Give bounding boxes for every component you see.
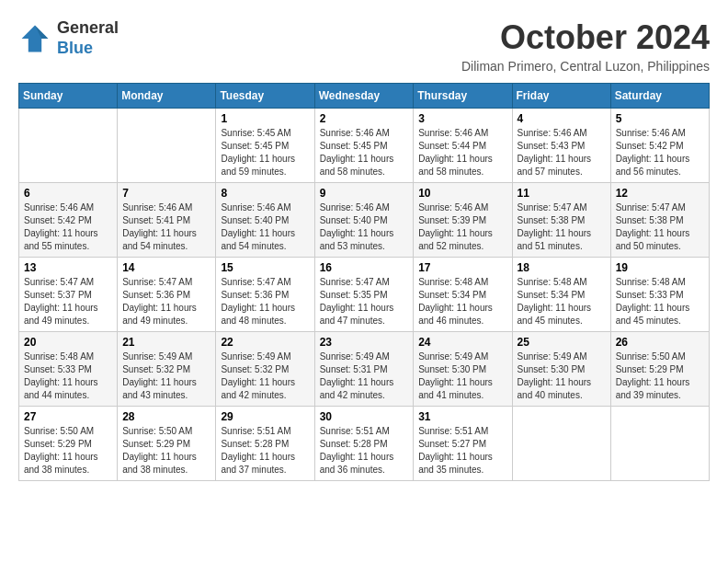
calendar-cell: 29Sunrise: 5:51 AMSunset: 5:28 PMDayligh…: [216, 407, 314, 481]
day-number: 15: [221, 261, 309, 274]
calendar-cell: 30Sunrise: 5:51 AMSunset: 5:28 PMDayligh…: [314, 407, 414, 481]
calendar-week-row: 20Sunrise: 5:48 AMSunset: 5:33 PMDayligh…: [19, 332, 710, 407]
day-info: Sunrise: 5:46 AMSunset: 5:40 PMDaylight:…: [320, 201, 409, 253]
weekday-header: Saturday: [610, 84, 709, 109]
day-number: 6: [24, 187, 112, 200]
day-info: Sunrise: 5:47 AMSunset: 5:35 PMDaylight:…: [320, 276, 409, 327]
calendar-week-row: 1Sunrise: 5:45 AMSunset: 5:45 PMDaylight…: [19, 109, 710, 183]
day-info: Sunrise: 5:46 AMSunset: 5:44 PMDaylight:…: [418, 127, 506, 178]
day-number: 9: [320, 187, 409, 200]
calendar-cell: 16Sunrise: 5:47 AMSunset: 5:35 PMDayligh…: [314, 258, 414, 332]
calendar-cell: 20Sunrise: 5:48 AMSunset: 5:33 PMDayligh…: [19, 332, 118, 407]
day-info: Sunrise: 5:49 AMSunset: 5:32 PMDaylight:…: [221, 350, 309, 402]
calendar-cell: 5Sunrise: 5:46 AMSunset: 5:42 PMDaylight…: [610, 109, 709, 183]
day-number: 3: [418, 112, 506, 125]
day-info: Sunrise: 5:51 AMSunset: 5:28 PMDaylight:…: [221, 425, 309, 477]
calendar-cell: 17Sunrise: 5:48 AMSunset: 5:34 PMDayligh…: [414, 258, 512, 332]
day-info: Sunrise: 5:48 AMSunset: 5:34 PMDaylight:…: [518, 276, 606, 327]
day-info: Sunrise: 5:47 AMSunset: 5:38 PMDaylight:…: [616, 201, 704, 253]
day-number: 22: [221, 336, 309, 349]
weekday-header-row: SundayMondayTuesdayWednesdayThursdayFrid…: [19, 84, 710, 109]
day-number: 4: [518, 112, 606, 125]
calendar-cell: 21Sunrise: 5:49 AMSunset: 5:32 PMDayligh…: [118, 332, 216, 407]
calendar-cell: 22Sunrise: 5:49 AMSunset: 5:32 PMDayligh…: [216, 332, 314, 407]
day-number: 8: [221, 187, 309, 200]
day-number: 16: [320, 261, 409, 274]
weekday-header: Wednesday: [314, 84, 414, 109]
day-info: Sunrise: 5:45 AMSunset: 5:45 PMDaylight:…: [221, 127, 309, 178]
day-info: Sunrise: 5:50 AMSunset: 5:29 PMDaylight:…: [616, 350, 704, 402]
day-info: Sunrise: 5:49 AMSunset: 5:31 PMDaylight:…: [320, 350, 409, 402]
calendar-cell: 1Sunrise: 5:45 AMSunset: 5:45 PMDaylight…: [216, 109, 314, 183]
calendar-cell: [19, 109, 118, 183]
calendar-cell: 23Sunrise: 5:49 AMSunset: 5:31 PMDayligh…: [314, 332, 414, 407]
day-info: Sunrise: 5:50 AMSunset: 5:29 PMDaylight:…: [122, 425, 210, 477]
page-header: General Blue October 2024 Diliman Primer…: [18, 18, 710, 74]
day-info: Sunrise: 5:49 AMSunset: 5:30 PMDaylight:…: [418, 350, 506, 402]
day-number: 24: [418, 336, 506, 349]
calendar-cell: 3Sunrise: 5:46 AMSunset: 5:44 PMDaylight…: [414, 109, 512, 183]
day-info: Sunrise: 5:47 AMSunset: 5:36 PMDaylight:…: [221, 276, 309, 327]
day-info: Sunrise: 5:51 AMSunset: 5:27 PMDaylight:…: [418, 425, 506, 477]
logo: General Blue: [18, 18, 119, 58]
day-info: Sunrise: 5:47 AMSunset: 5:37 PMDaylight:…: [24, 276, 112, 327]
day-info: Sunrise: 5:46 AMSunset: 5:45 PMDaylight:…: [320, 127, 409, 178]
day-number: 21: [122, 336, 210, 349]
calendar-week-row: 13Sunrise: 5:47 AMSunset: 5:37 PMDayligh…: [19, 258, 710, 332]
day-number: 25: [518, 336, 606, 349]
calendar-cell: 8Sunrise: 5:46 AMSunset: 5:40 PMDaylight…: [216, 183, 314, 258]
calendar-cell: 19Sunrise: 5:48 AMSunset: 5:33 PMDayligh…: [610, 258, 709, 332]
day-info: Sunrise: 5:49 AMSunset: 5:32 PMDaylight:…: [122, 350, 210, 402]
logo-icon: [18, 22, 51, 55]
weekday-header: Tuesday: [216, 84, 314, 109]
calendar-cell: 27Sunrise: 5:50 AMSunset: 5:29 PMDayligh…: [19, 407, 118, 481]
calendar-cell: 28Sunrise: 5:50 AMSunset: 5:29 PMDayligh…: [118, 407, 216, 481]
calendar-week-row: 27Sunrise: 5:50 AMSunset: 5:29 PMDayligh…: [19, 407, 710, 481]
day-number: 26: [616, 336, 704, 349]
calendar-cell: 4Sunrise: 5:46 AMSunset: 5:43 PMDaylight…: [512, 109, 610, 183]
calendar-cell: 9Sunrise: 5:46 AMSunset: 5:40 PMDaylight…: [314, 183, 414, 258]
calendar-cell: 26Sunrise: 5:50 AMSunset: 5:29 PMDayligh…: [610, 332, 709, 407]
weekday-header: Sunday: [19, 84, 118, 109]
day-number: 29: [221, 410, 309, 423]
weekday-header: Thursday: [414, 84, 512, 109]
day-number: 17: [418, 261, 506, 274]
day-number: 5: [616, 112, 704, 125]
weekday-header: Friday: [512, 84, 610, 109]
day-number: 10: [418, 187, 506, 200]
day-info: Sunrise: 5:50 AMSunset: 5:29 PMDaylight:…: [24, 425, 112, 477]
day-info: Sunrise: 5:46 AMSunset: 5:42 PMDaylight:…: [24, 201, 112, 253]
weekday-header: Monday: [118, 84, 216, 109]
day-number: 2: [320, 112, 409, 125]
logo-text: General Blue: [57, 18, 119, 58]
day-number: 20: [24, 336, 112, 349]
day-number: 18: [518, 261, 606, 274]
calendar-cell: 25Sunrise: 5:49 AMSunset: 5:30 PMDayligh…: [512, 332, 610, 407]
calendar-cell: [118, 109, 216, 183]
day-info: Sunrise: 5:49 AMSunset: 5:30 PMDaylight:…: [518, 350, 606, 402]
calendar-cell: 13Sunrise: 5:47 AMSunset: 5:37 PMDayligh…: [19, 258, 118, 332]
day-number: 14: [122, 261, 210, 274]
calendar-cell: 18Sunrise: 5:48 AMSunset: 5:34 PMDayligh…: [512, 258, 610, 332]
day-number: 7: [122, 187, 210, 200]
day-info: Sunrise: 5:46 AMSunset: 5:42 PMDaylight:…: [616, 127, 704, 178]
day-info: Sunrise: 5:46 AMSunset: 5:43 PMDaylight:…: [518, 127, 606, 178]
day-number: 12: [616, 187, 704, 200]
calendar-cell: 15Sunrise: 5:47 AMSunset: 5:36 PMDayligh…: [216, 258, 314, 332]
calendar-table: SundayMondayTuesdayWednesdayThursdayFrid…: [18, 83, 710, 481]
day-info: Sunrise: 5:51 AMSunset: 5:28 PMDaylight:…: [320, 425, 409, 477]
day-number: 27: [24, 410, 112, 423]
calendar-cell: 11Sunrise: 5:47 AMSunset: 5:38 PMDayligh…: [512, 183, 610, 258]
calendar-cell: 10Sunrise: 5:46 AMSunset: 5:39 PMDayligh…: [414, 183, 512, 258]
calendar-cell: [610, 407, 709, 481]
day-info: Sunrise: 5:48 AMSunset: 5:34 PMDaylight:…: [418, 276, 506, 327]
day-number: 23: [320, 336, 409, 349]
calendar-cell: 24Sunrise: 5:49 AMSunset: 5:30 PMDayligh…: [414, 332, 512, 407]
day-info: Sunrise: 5:46 AMSunset: 5:39 PMDaylight:…: [418, 201, 506, 253]
calendar-week-row: 6Sunrise: 5:46 AMSunset: 5:42 PMDaylight…: [19, 183, 710, 258]
calendar-cell: 14Sunrise: 5:47 AMSunset: 5:36 PMDayligh…: [118, 258, 216, 332]
calendar-cell: 7Sunrise: 5:46 AMSunset: 5:41 PMDaylight…: [118, 183, 216, 258]
calendar-cell: 6Sunrise: 5:46 AMSunset: 5:42 PMDaylight…: [19, 183, 118, 258]
day-info: Sunrise: 5:47 AMSunset: 5:36 PMDaylight:…: [122, 276, 210, 327]
day-info: Sunrise: 5:46 AMSunset: 5:40 PMDaylight:…: [221, 201, 309, 253]
